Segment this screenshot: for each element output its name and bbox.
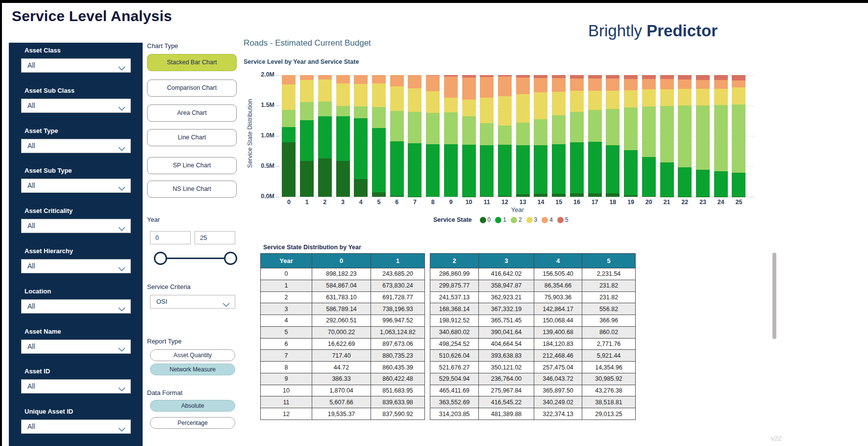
network-measure-button[interactable]: Network Measure (150, 364, 235, 375)
bar-segment-state-0 (336, 161, 350, 197)
filter-dropdown-asset-criticality[interactable]: All (21, 219, 131, 233)
bar-year-3 (336, 75, 350, 197)
filter-group-asset-id: Asset IDAll (9, 367, 143, 402)
x-tick-label: 15 (549, 199, 569, 206)
table-cell: 142,864.17 (534, 303, 582, 315)
filter-dropdown-asset-hierarchy[interactable]: All (21, 259, 131, 273)
legend-item-state-0[interactable]: 0 (480, 216, 491, 223)
year-slider-handle-max[interactable] (224, 252, 237, 265)
filter-label: Asset Type (25, 127, 58, 134)
table-cell: 521,676.27 (430, 362, 479, 373)
legend-item-state-5[interactable]: 5 (557, 216, 569, 223)
service-criteria-dropdown[interactable]: OSI (150, 295, 235, 309)
legend-dot-icon (480, 217, 486, 223)
bar-year-13 (516, 75, 530, 197)
table-cell: 837,590.92 (371, 408, 425, 420)
table-cell: 7 (260, 350, 312, 362)
bar-year-23 (696, 75, 710, 197)
table-header-cell: 0 (312, 253, 371, 268)
bar-segment-state-2 (390, 111, 404, 141)
year-slider-track (160, 258, 230, 259)
bar-segment-state-4 (354, 75, 368, 84)
filter-label: Asset Name (25, 328, 61, 335)
legend-item-state-2[interactable]: 2 (511, 216, 522, 223)
filter-sidebar: Asset ClassAllAsset Sub ClassAllAsset Ty… (9, 43, 143, 446)
legend-item-state-3[interactable]: 3 (526, 216, 538, 223)
table-header-cell: Year (260, 253, 312, 268)
bar-segment-state-2 (354, 106, 368, 119)
bar-segment-state-2 (336, 106, 350, 116)
bar-segment-state-0 (624, 195, 638, 197)
bar-segment-state-1 (444, 144, 458, 197)
chevron-down-icon (118, 144, 125, 149)
percentage-button[interactable]: Percentage (150, 417, 235, 429)
table-cell: 30,985.92 (582, 373, 636, 385)
bar-segment-state-2 (696, 105, 710, 170)
x-tick-label: 9 (441, 199, 461, 206)
chart-type-area-chart[interactable]: Area Chart (147, 105, 237, 122)
table-cell: 231.82 (582, 280, 636, 292)
table-cell: 322,374.13 (534, 408, 582, 420)
bar-segment-state-5 (624, 75, 638, 79)
y-tick-mark (276, 166, 279, 167)
filter-dropdown-location[interactable]: All (21, 299, 131, 314)
legend-item-state-4[interactable]: 4 (542, 216, 553, 223)
filter-dropdown-asset-sub-class[interactable]: All (21, 99, 131, 113)
chart-type-ns-line-chart[interactable]: NS Line Chart (147, 181, 237, 198)
filter-group-asset-type: Asset TypeAll (9, 127, 143, 161)
filter-dropdown-asset-id[interactable]: All (21, 379, 131, 394)
table-row: 3586,789.14738,196.93168,368.14367,332.1… (260, 303, 638, 315)
table-cell: 860,422.48 (371, 373, 425, 385)
dropdown-value: All (27, 222, 35, 230)
table-cell: 299,875.77 (430, 280, 479, 292)
legend-item-label: 2 (519, 216, 522, 223)
table-cell: 346,043.72 (534, 373, 582, 385)
table-cell: 38,518.81 (582, 396, 636, 408)
bar-segment-state-1 (354, 118, 368, 179)
chart-type-comparison-chart[interactable]: Comparison Chart (147, 79, 237, 97)
table-row: 101,870.04851,683.95465,411.69275,967.84… (260, 385, 638, 397)
table-cell: 4 (260, 315, 312, 327)
chevron-down-icon (118, 64, 125, 68)
year-slider-handle-min[interactable] (154, 252, 167, 265)
chart-type-sp-line-chart[interactable]: SP Line Chart (147, 157, 237, 174)
year-max-input[interactable] (195, 231, 235, 244)
table-cell: 231.82 (582, 292, 636, 304)
table-cell: 5,607.66 (312, 396, 371, 408)
y-tick-label: 0.5M (248, 162, 274, 169)
bar-segment-state-4 (372, 75, 386, 83)
filter-dropdown-asset-name[interactable]: All (21, 340, 131, 354)
table-cell: 2 (260, 292, 312, 304)
table-column-gap (425, 408, 430, 420)
filter-dropdown-asset-type[interactable]: All (21, 139, 131, 153)
table-cell: 14,354.96 (582, 362, 636, 373)
bar-segment-state-2 (624, 107, 638, 150)
bar-segment-state-3 (732, 87, 745, 104)
filter-dropdown-asset-sub-type[interactable]: All (21, 179, 131, 193)
table-cell: 70,000.22 (312, 327, 371, 339)
table-cell: 8 (260, 362, 312, 373)
table-cell: 275,967.84 (479, 385, 534, 397)
filter-group-asset-name: Asset NameAll (9, 328, 143, 362)
absolute-button[interactable]: Absolute (150, 400, 235, 412)
legend-item-state-1[interactable]: 1 (495, 216, 506, 223)
bar-segment-state-1 (570, 142, 584, 193)
bar-segment-state-3 (624, 90, 638, 108)
bar-segment-state-2 (534, 119, 547, 145)
table-column-gap (425, 253, 430, 268)
table-cell: 212,468.46 (534, 350, 582, 362)
chart-type-line-chart[interactable]: Line Chart (147, 129, 237, 146)
vertical-scrollbar-thumb[interactable] (772, 253, 776, 339)
x-tick-label: 12 (495, 199, 515, 206)
table-cell: 156,505.40 (534, 268, 582, 280)
table-cell: 897,673.06 (371, 339, 425, 350)
service-state-table: Year0123450898,182.23243,685.20286,860.9… (260, 253, 638, 420)
year-min-input[interactable] (150, 231, 191, 244)
bar-segment-state-4 (696, 80, 710, 89)
chart-type-stacked-bar-chart[interactable]: Stacked Bar Chart (147, 54, 237, 71)
filter-dropdown-unique-asset-id[interactable]: All (21, 420, 131, 434)
dropdown-value: All (27, 382, 35, 390)
filter-dropdown-asset-class[interactable]: All (21, 58, 131, 73)
asset-quantity-button[interactable]: Asset Quantity (150, 349, 235, 361)
bar-segment-state-4 (300, 75, 314, 80)
